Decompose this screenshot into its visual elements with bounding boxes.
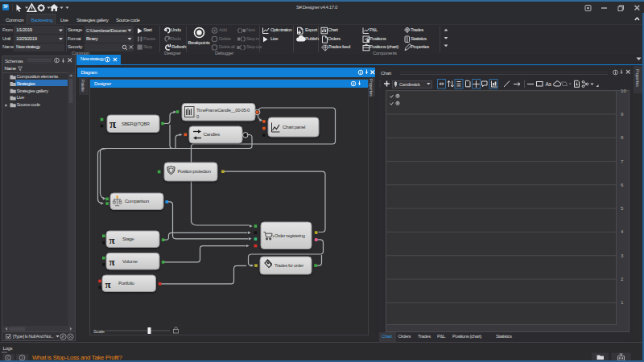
svg-text:π: π: [109, 234, 115, 246]
svg-text:π: π: [105, 278, 111, 290]
svg-text:3: 3: [621, 253, 624, 258]
svg-text:5: 5: [621, 205, 624, 211]
svg-text:4: 4: [621, 228, 624, 234]
svg-text:1: 1: [621, 299, 624, 305]
svg-text:2: 2: [621, 276, 624, 282]
svg-text:8: 8: [621, 134, 624, 140]
svg-text:6: 6: [621, 182, 624, 187]
svg-text:π: π: [109, 256, 115, 268]
svg-text:π: π: [109, 117, 117, 130]
svg-text:10: 10: [621, 88, 626, 93]
svg-text:Scale: Scale: [93, 329, 105, 334]
svg-text:9: 9: [621, 111, 624, 117]
svg-text:7: 7: [621, 158, 624, 164]
